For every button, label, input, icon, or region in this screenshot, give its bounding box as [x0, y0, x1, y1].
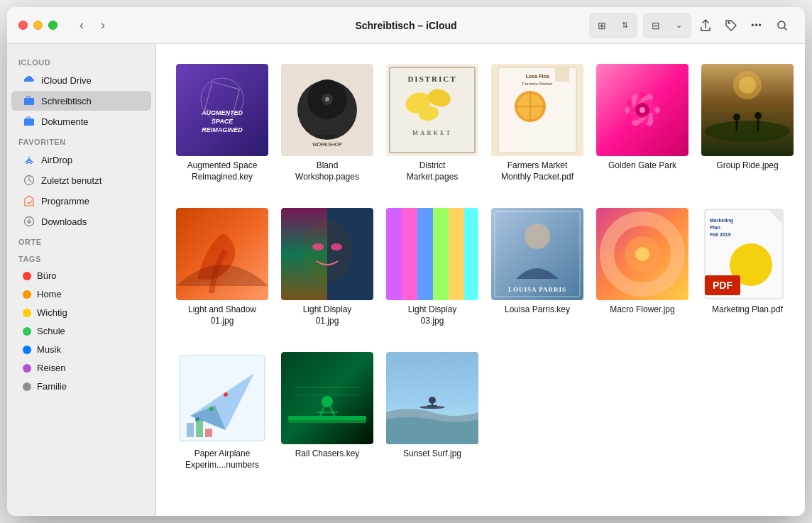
svg-point-86: [224, 392, 228, 397]
svg-text:SPACE: SPACE: [212, 118, 234, 125]
sidebar-item-tag-reisen[interactable]: Reisen: [11, 359, 151, 377]
fullscreen-button[interactable]: [48, 21, 57, 30]
file-item-paperairplane[interactable]: Paper AirplaneExperim....numbers: [173, 346, 271, 476]
titlebar: ‹ › Schreibtisch – iCloud ⊞ ⇅ ⊟ ⌄: [7, 7, 805, 44]
sidebar-label-airdrop: AirDrop: [41, 155, 72, 165]
svg-text:WORKSHOP: WORKSHOP: [312, 142, 342, 147]
file-item-lightdisplay03[interactable]: Light Display03.jpg: [383, 202, 481, 332]
file-thumb-bland: BLAND WORKSHOP: [281, 64, 373, 156]
file-thumb-marketing: Marketing Plan Fall 2019 PDF: [701, 208, 794, 300]
svg-rect-2: [24, 119, 34, 126]
svg-text:LOUISA PARRIS: LOUISA PARRIS: [508, 286, 566, 293]
file-name-bland: BlandWorkshop.pages: [295, 160, 359, 182]
svg-rect-55: [281, 208, 327, 300]
icloud-drive-icon: [23, 74, 35, 87]
programme-icon: [23, 194, 35, 207]
group-sort-button[interactable]: ⌄: [667, 14, 690, 37]
main-area: iCloud iCloud Drive Schreibtisch: [7, 44, 805, 516]
share-icon: [699, 19, 712, 32]
sidebar-section-favoriten: Favoriten: [7, 132, 155, 149]
svg-rect-87: [187, 423, 194, 437]
file-content-area: AUGMENTED SPACE REIMAGINED Augmented Spa…: [156, 44, 805, 516]
file-item-district[interactable]: DISTRICT MARKET DistrictMarket.pages: [383, 58, 481, 188]
sidebar-item-zuletzt[interactable]: Zuletzt benutzt: [11, 170, 151, 190]
file-thumb-railchasers: [281, 352, 373, 444]
file-thumb-lightandshadow: [176, 208, 268, 300]
sidebar-item-tag-buero[interactable]: Büro: [11, 267, 151, 285]
file-thumb-augmented: AUGMENTED SPACE REIMAGINED: [176, 64, 268, 156]
file-item-augmented[interactable]: AUGMENTED SPACE REIMAGINED Augmented Spa…: [173, 58, 271, 188]
file-thumb-goldengate: [596, 64, 688, 156]
file-name-goldengate: Golden Gate Park: [608, 160, 676, 172]
svg-rect-89: [205, 429, 212, 437]
file-item-bland[interactable]: BLAND WORKSHOP BlandWorkshop.pages: [278, 58, 376, 188]
sidebar-label-dokumente: Dokumente: [41, 116, 88, 127]
share-button[interactable]: [694, 14, 717, 37]
tag-musik-dot: [23, 346, 31, 354]
svg-rect-88: [196, 419, 203, 437]
svg-text:DISTRICT: DISTRICT: [407, 75, 456, 83]
file-item-louisa[interactable]: LOUISA PARRIS Louisa Parris.key: [488, 202, 586, 332]
sidebar-item-tag-wichtig[interactable]: Wichtig: [11, 304, 151, 321]
file-name-lightdisplay01: Light Display01.jpg: [303, 304, 352, 326]
downloads-icon: [23, 215, 35, 228]
sidebar-item-tag-musik[interactable]: Musik: [11, 341, 151, 358]
search-button[interactable]: [771, 14, 794, 37]
svg-point-48: [755, 112, 762, 119]
file-thumb-lightdisplay03: [386, 208, 478, 300]
sidebar-item-airdrop[interactable]: AirDrop: [11, 150, 151, 170]
file-name-lightdisplay03: Light Display03.jpg: [408, 304, 457, 326]
file-item-farmers[interactable]: Loca Pica Farmers Market Farmers MarketM…: [488, 58, 586, 188]
tag-familie-dot: [23, 382, 31, 391]
file-item-railchasers[interactable]: Rail Chasers.key: [278, 346, 376, 476]
sidebar-label-reisen: Reisen: [37, 363, 65, 373]
file-name-augmented: Augmented SpaceReimagined.key: [187, 160, 258, 182]
file-item-lightdisplay01[interactable]: Light Display01.jpg: [278, 202, 376, 332]
file-item-goldengate[interactable]: Golden Gate Park: [593, 58, 691, 188]
file-item-groupride[interactable]: Group Ride.jpeg: [698, 58, 796, 188]
sidebar-label-home: Home: [37, 289, 62, 299]
file-item-sunsetsurf[interactable]: Sunset Surf.jpg: [383, 346, 481, 476]
file-thumb-groupride: [701, 64, 794, 156]
sidebar-label-familie: Familie: [37, 381, 67, 392]
file-item-macroflower[interactable]: Macro Flower.jpg: [593, 202, 691, 332]
search-icon: [777, 20, 788, 31]
sidebar-item-tag-home[interactable]: Home: [11, 285, 151, 303]
more-button[interactable]: •••: [745, 14, 768, 37]
group-button[interactable]: ⊟: [644, 14, 667, 37]
minimize-button[interactable]: [33, 21, 43, 30]
sidebar-label-wichtig: Wichtig: [37, 307, 67, 318]
file-name-district: DistrictMarket.pages: [407, 160, 459, 182]
schreibtisch-icon: [23, 94, 35, 107]
file-item-lightandshadow[interactable]: Light and Shadow01.jpg: [173, 202, 271, 332]
sidebar-item-tag-familie[interactable]: Familie: [11, 378, 151, 395]
sidebar-item-tag-schule[interactable]: Schule: [11, 322, 151, 340]
sidebar-label-musik: Musik: [37, 344, 61, 355]
file-name-farmers: Farmers MarketMonthly Packet.pdf: [501, 160, 574, 182]
sort-button[interactable]: ⇅: [613, 14, 636, 37]
file-name-lightandshadow: Light and Shadow01.jpg: [188, 304, 256, 326]
forward-button[interactable]: ›: [93, 16, 113, 35]
sidebar-section-tags: Tags: [7, 249, 155, 266]
svg-point-51: [739, 77, 756, 94]
sidebar-item-downloads[interactable]: Downloads: [11, 211, 151, 231]
svg-point-16: [325, 97, 329, 101]
airdrop-icon: [23, 153, 35, 166]
sidebar-item-schreibtisch[interactable]: Schreibtisch: [11, 91, 151, 111]
svg-text:Loca Pica: Loca Pica: [526, 74, 549, 79]
icon-view-button[interactable]: ⊞: [591, 14, 613, 37]
tag-home-dot: [23, 290, 31, 299]
sidebar-item-programme[interactable]: Programme: [11, 191, 151, 211]
close-button[interactable]: [18, 21, 28, 30]
file-name-groupride: Group Ride.jpeg: [716, 160, 778, 172]
traffic-lights: [18, 21, 57, 30]
file-name-marketing: Marketing Plan.pdf: [712, 304, 783, 316]
sidebar-item-icloud-drive[interactable]: iCloud Drive: [11, 70, 151, 90]
tag-button[interactable]: [720, 14, 742, 37]
tag-icon: [725, 19, 737, 32]
svg-rect-56: [327, 208, 373, 300]
back-button[interactable]: ‹: [72, 16, 92, 35]
file-item-marketing[interactable]: Marketing Plan Fall 2019 PDF Marketing P…: [698, 202, 796, 332]
sidebar-item-dokumente[interactable]: Dokumente: [11, 111, 151, 131]
svg-point-93: [322, 396, 333, 407]
